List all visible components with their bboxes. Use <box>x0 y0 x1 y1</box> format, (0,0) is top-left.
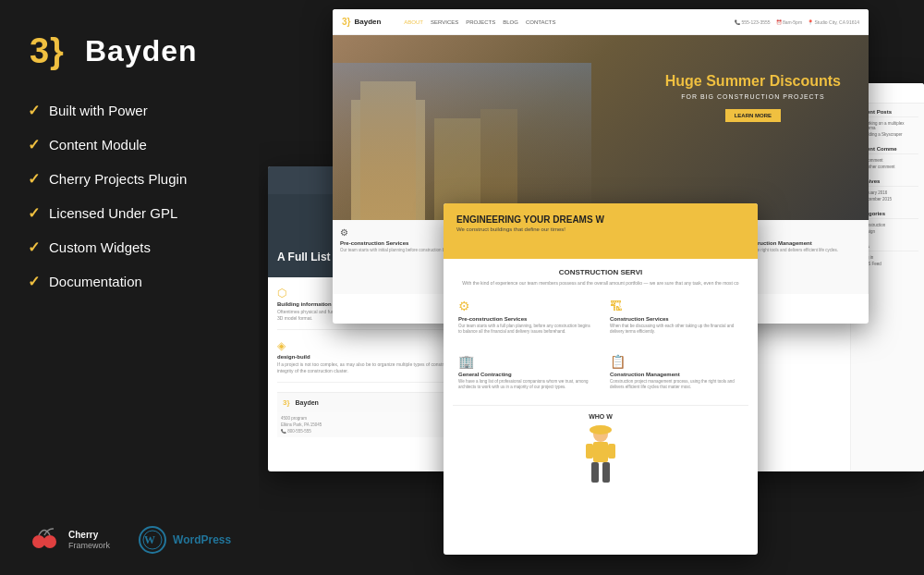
wordpress-icon: W <box>138 525 167 555</box>
service-icon-1: ⚙ <box>340 227 458 238</box>
svg-rect-20 <box>591 462 599 483</box>
sc-logo: 3} Bayden <box>342 17 381 27</box>
sc-mc-service-icon-4: 📋 <box>610 354 743 369</box>
feature-item-1: ✓ Built with Power <box>28 102 259 119</box>
sc-hero-content: Huge Summer Discounts FOR BIG CONSTRUCTI… <box>665 72 841 122</box>
sc-nav-projects: PROJECTS <box>466 19 495 25</box>
screenshots-panel: 3} Bayden ABOUT SERVICES PROJECTS BLOG C… <box>259 0 924 575</box>
sc-mc-services-grid: ⚙ Pre-construction Services Our team sta… <box>453 293 748 396</box>
brand-logo-icon: 3 } <box>28 28 74 74</box>
check-icon-2: ✓ <box>28 136 40 153</box>
features-list: ✓ Built with Power ✓ Content Module ✓ Ch… <box>28 102 259 290</box>
feature-item-2: ✓ Content Module <box>28 136 259 153</box>
cherry-icon <box>28 523 61 557</box>
sc-nav-services: SERVICES <box>431 19 458 25</box>
service-icon-4: 📋 <box>742 227 860 238</box>
sc-mc-service-4: 📋 Construction Management Construction p… <box>604 349 748 397</box>
sc-mc-body: CONSTRUCTION SERVI With the kind of expe… <box>444 259 758 503</box>
brand-name: Bayden <box>85 34 198 68</box>
footer-logos: Cherry Framework W WordPress <box>28 523 259 557</box>
feature-item-4: ✓ Licensed Under GPL <box>28 204 259 222</box>
sc-nav-right: 📞 555-123-3555 ⏰ 8am-5pm 📍 Studio City, … <box>735 19 859 25</box>
wordpress-logo: W WordPress <box>138 525 231 555</box>
svg-rect-23 <box>591 429 610 433</box>
sc-mc-service-icon-3: 🏢 <box>458 354 591 369</box>
svg-point-2 <box>32 535 45 548</box>
feature-item-6: ✓ Documentation <box>28 273 259 290</box>
sc-hero-bg <box>333 35 869 220</box>
svg-text:W: W <box>144 533 155 546</box>
svg-text:3: 3 <box>30 31 49 70</box>
worker-illustration <box>453 425 748 494</box>
cherry-framework-label: Cherry Framework <box>68 529 110 552</box>
sc-mc-yellow-bar: ENGINEERING YOUR DREAMS W We construct b… <box>444 203 758 259</box>
feature-item-5: ✓ Custom Widgets <box>28 239 259 256</box>
sc-hero: Huge Summer Discounts FOR BIG CONSTRUCTI… <box>333 35 869 220</box>
check-icon-6: ✓ <box>28 273 40 290</box>
sc-hero-subtitle: FOR BIG CONSTRUCTION PROJECTS <box>665 93 841 100</box>
sc-nav-links: ABOUT SERVICES PROJECTS BLOG CONTACTS <box>404 19 555 25</box>
sc-mc-who-section: WHO W <box>453 405 748 494</box>
svg-rect-17 <box>593 442 608 462</box>
left-panel: 3 } Bayden ✓ Built with Power ✓ Content … <box>0 0 286 575</box>
sc-mc-service-2: 🏗 Construction Services When that be dis… <box>604 293 748 341</box>
sc-mc-service-3: 🏢 General Contracting We have a long lis… <box>453 349 597 397</box>
sc-nav-contacts: CONTACTS <box>526 19 556 25</box>
sc-mc-service-icon-2: 🏗 <box>610 299 743 313</box>
sc-hero-title: Huge Summer Discounts <box>665 72 841 90</box>
svg-rect-18 <box>586 444 593 459</box>
cherry-framework-logo: Cherry Framework <box>28 523 110 557</box>
svg-rect-11 <box>333 63 591 220</box>
mid-center-screenshot: ENGINEERING YOUR DREAMS W We construct b… <box>444 203 758 555</box>
hero-buildings-svg <box>333 63 591 220</box>
worker-svg <box>573 425 628 490</box>
svg-rect-19 <box>608 444 615 459</box>
feature-item-3: ✓ Cherry Projects Plugin <box>28 170 259 188</box>
logo-area: 3 } Bayden <box>28 28 259 74</box>
sc-mc-service-icon-1: ⚙ <box>458 299 591 313</box>
check-icon-4: ✓ <box>28 204 40 222</box>
wordpress-label: WordPress <box>173 533 231 546</box>
sc-nav-about: ABOUT <box>404 19 423 25</box>
check-icon-1: ✓ <box>28 102 40 119</box>
svg-rect-21 <box>602 462 610 483</box>
check-icon-3: ✓ <box>28 170 40 188</box>
sc-hero-button[interactable]: LEARN MORE <box>725 109 781 122</box>
main-nav: 3} Bayden ABOUT SERVICES PROJECTS BLOG C… <box>333 9 869 35</box>
sc-nav-blog: BLOG <box>503 19 518 25</box>
sc-mc-service-1: ⚙ Pre-construction Services Our team sta… <box>453 293 597 341</box>
check-icon-5: ✓ <box>28 239 40 256</box>
svg-point-3 <box>43 535 56 548</box>
svg-text:}: } <box>50 31 64 70</box>
